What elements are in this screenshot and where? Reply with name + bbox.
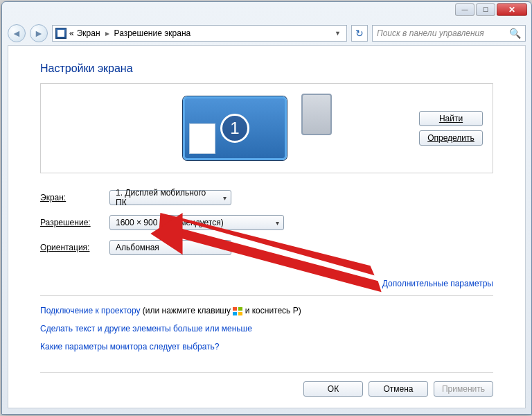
projector-line: Подключение к проектору (или нажмите кла…	[40, 306, 493, 315]
search-icon: 🔍	[509, 28, 521, 39]
orientation-dropdown[interactable]: Альбомная	[109, 240, 231, 255]
window-frame: — ☐ ✕ ◄ ► « Экран ▸ Разрешение экрана ▼ …	[1, 1, 532, 415]
footer-buttons: ОК Отмена Применить	[40, 372, 493, 397]
projector-hint-1: (или нажмите клавишу	[141, 306, 233, 315]
cancel-button[interactable]: Отмена	[369, 381, 428, 397]
search-input[interactable]: Поиск в панели управления 🔍	[372, 25, 526, 42]
display-preview-area: 1 Найти Определить	[40, 83, 493, 173]
resolution-dropdown[interactable]: 1600 × 900 (рекомендуется)	[109, 215, 284, 230]
control-panel-icon	[55, 28, 66, 39]
titlebar: — ☐ ✕	[2, 2, 531, 21]
navbar: ◄ ► « Экран ▸ Разрешение экрана ▼ ↻ Поис…	[2, 21, 531, 45]
breadcrumb-item[interactable]: Экран	[77, 28, 100, 38]
separator	[40, 295, 493, 296]
content-area: Настройки экрана 1 Найти Определить Экра…	[8, 45, 526, 408]
resolution-label: Разрешение:	[40, 218, 109, 227]
which-params-link[interactable]: Какие параметры монитора следует выбрать…	[40, 342, 220, 352]
monitor-1[interactable]: 1	[183, 96, 287, 160]
monitor-stage: 1	[51, 96, 419, 160]
monitor-number-badge: 1	[220, 114, 249, 143]
address-dropdown-icon[interactable]: ▼	[332, 30, 344, 37]
windows-key-icon	[233, 307, 242, 315]
projector-hint-2: и коснитесь P)	[242, 306, 301, 315]
minimize-button[interactable]: —	[455, 3, 475, 16]
breadcrumb-separator: ▸	[103, 28, 112, 38]
preview-side-buttons: Найти Определить	[419, 111, 483, 146]
page-title: Настройки экрана	[40, 62, 493, 75]
minimize-icon: —	[462, 6, 468, 13]
display-label: Экран:	[40, 193, 109, 202]
refresh-button[interactable]: ↻	[351, 25, 368, 42]
find-button[interactable]: Найти	[419, 111, 483, 126]
close-icon: ✕	[508, 5, 515, 15]
apply-button[interactable]: Применить	[434, 381, 493, 397]
detect-button[interactable]: Определить	[419, 130, 483, 146]
breadcrumb-item[interactable]: Разрешение экрана	[114, 28, 191, 38]
connect-projector-link[interactable]: Подключение к проектору	[40, 306, 141, 315]
text-size-link[interactable]: Сделать текст и другие элементы больше и…	[40, 324, 252, 333]
nav-forward-button[interactable]: ►	[30, 24, 48, 42]
search-placeholder: Поиск в панели управления	[377, 28, 484, 38]
breadcrumb-prefix: «	[69, 28, 74, 38]
display-dropdown[interactable]: 1. Дисплей мобильного ПК	[109, 190, 231, 205]
monitor-2[interactable]	[301, 94, 332, 135]
maximize-icon: ☐	[483, 6, 488, 13]
settings-form: Экран: 1. Дисплей мобильного ПК Разрешен…	[40, 190, 493, 265]
ok-button[interactable]: ОК	[303, 381, 363, 397]
nav-back-button[interactable]: ◄	[8, 24, 26, 42]
orientation-label: Ориентация:	[40, 243, 109, 252]
address-bar[interactable]: « Экран ▸ Разрешение экрана ▼	[52, 25, 347, 42]
maximize-button[interactable]: ☐	[476, 3, 495, 16]
close-button[interactable]: ✕	[497, 3, 527, 16]
advanced-settings-link[interactable]: Дополнительные параметры	[40, 279, 493, 288]
